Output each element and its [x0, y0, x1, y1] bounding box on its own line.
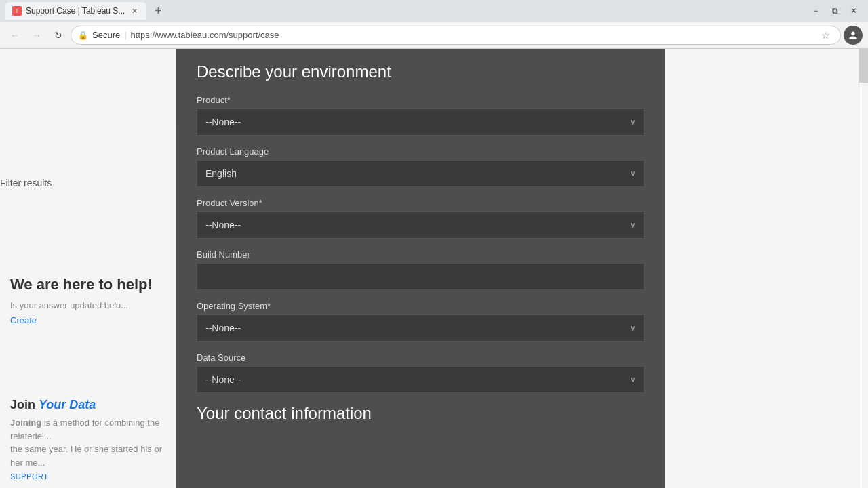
- product-language-label: Product Language: [197, 146, 644, 157]
- background-create-link: Create: [10, 315, 37, 325]
- background-support-link: SUPPORT: [10, 472, 163, 481]
- product-version-select[interactable]: --None--: [197, 211, 644, 239]
- restore-button[interactable]: ⧉: [826, 4, 844, 18]
- background-join-title: Join Your Data: [10, 398, 163, 412]
- build-number-group: Build Number: [197, 249, 644, 290]
- data-source-group: Data Source --None--: [197, 352, 644, 393]
- background-help-text: Is your answer updated belo...: [10, 300, 163, 310]
- contact-title: Your contact information: [197, 404, 644, 423]
- browser-tab[interactable]: T Support Case | Tableau S... ✕: [5, 2, 146, 20]
- build-number-input[interactable]: [197, 263, 644, 290]
- background-efficient-section: Create Efficient Joins and Blends Joins …: [0, 483, 173, 488]
- background-join-section: Join Your Data Joining is a method for c…: [0, 388, 173, 488]
- tab-favicon: T: [12, 6, 22, 16]
- product-select[interactable]: --None--: [197, 108, 644, 136]
- secure-icon: 🔒: [78, 30, 88, 40]
- secure-label: Secure: [92, 30, 120, 40]
- operating-system-select-wrapper[interactable]: --None--: [197, 314, 644, 342]
- product-language-group: Product Language English: [197, 146, 644, 187]
- build-number-label: Build Number: [197, 249, 644, 260]
- product-version-select-wrapper[interactable]: --None--: [197, 211, 644, 239]
- background-help-title: We are here to help!: [10, 276, 163, 293]
- scrollbar-thumb[interactable]: [859, 49, 868, 83]
- address-bar[interactable]: 🔒 Secure | https://www.tableau.com/suppo…: [71, 26, 841, 45]
- product-label: Product*: [197, 95, 644, 105]
- operating-system-label: Operating System*: [197, 301, 644, 311]
- data-source-label: Data Source: [197, 352, 644, 363]
- operating-system-group: Operating System* --None--: [197, 301, 644, 342]
- close-button[interactable]: ✕: [845, 4, 863, 18]
- bookmark-button[interactable]: ☆: [817, 27, 833, 43]
- product-version-label: Product Version*: [197, 198, 644, 208]
- minimize-button[interactable]: −: [807, 4, 825, 18]
- refresh-button[interactable]: ↻: [49, 26, 68, 45]
- product-version-group: Product Version* --None--: [197, 198, 644, 239]
- product-group: Product* --None--: [197, 95, 644, 136]
- forward-button[interactable]: →: [27, 26, 46, 45]
- address-separator: |: [124, 30, 126, 40]
- form-overlay: Describe your environment Product* --Non…: [176, 49, 665, 488]
- product-language-select[interactable]: English: [197, 160, 644, 187]
- new-tab-button[interactable]: +: [149, 2, 167, 20]
- scrollbar[interactable]: [859, 49, 868, 488]
- background-your-data-text: Your Data: [39, 398, 96, 411]
- data-source-select-wrapper[interactable]: --None--: [197, 366, 644, 393]
- tab-close-button[interactable]: ✕: [129, 5, 140, 16]
- data-source-select[interactable]: --None--: [197, 366, 644, 393]
- product-select-wrapper[interactable]: --None--: [197, 108, 644, 136]
- background-join-subtitle: Joining is a method for combining the re…: [10, 416, 163, 469]
- background-help-section: We are here to help! Is your answer upda…: [0, 266, 173, 336]
- account-button[interactable]: [844, 26, 863, 45]
- back-button[interactable]: ←: [5, 26, 24, 45]
- operating-system-select[interactable]: --None--: [197, 314, 644, 342]
- product-language-select-wrapper[interactable]: English: [197, 160, 644, 187]
- section-title: Describe your environment: [197, 62, 644, 81]
- tab-title: Support Case | Tableau S...: [26, 6, 125, 16]
- url-text: https://www.tableau.com/support/case: [131, 30, 813, 40]
